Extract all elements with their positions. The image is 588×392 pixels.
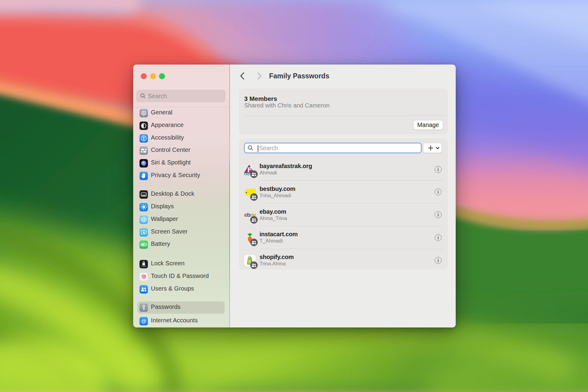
svg-text:@: @ [141, 318, 146, 324]
